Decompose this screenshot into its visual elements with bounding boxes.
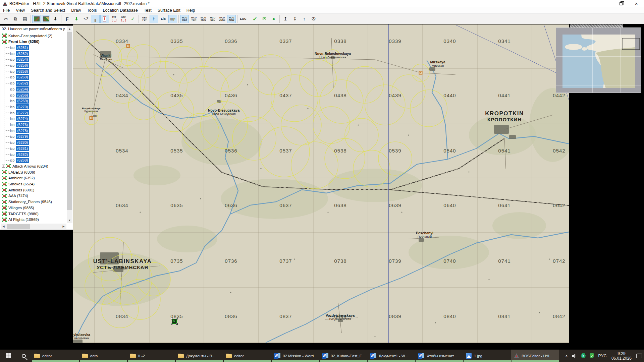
shield-icon[interactable]: ✓ [588,350,596,362]
import-arrow-button[interactable]: ⬇ [51,15,60,23]
scroll-left-icon[interactable]: ◀ [1,224,6,229]
close-button[interactable]: ✕ [629,0,644,7]
tree-item-ico[interactable]: ico(6262) [3,80,29,86]
tree-item-smokes-6524-[interactable]: Smokes (6524) [2,181,35,187]
tree-horizontal-scrollbar[interactable]: ◀ ▶ [1,224,66,229]
tree-item-ico[interactable]: ico(6266) [3,92,29,98]
tree-item-ico[interactable]: ico(6254) [3,57,29,62]
tree-area[interactable]: 02. Нанесение ракетнобомбового у Kuban-E… [1,26,66,223]
taskbar-app-02-kuban-east-f...[interactable]: W02_Kuban-East_F... [319,350,367,362]
tree-item-ico[interactable]: ico(6281) [3,145,29,151]
tree-item-ico[interactable]: ico(6268) [3,158,29,163]
mcu-obj-button[interactable]: MCUOBJ [180,15,189,23]
select-order-button[interactable]: ↖Z [82,15,90,23]
tree-item-villages-9885-[interactable]: Villages (9885) [2,205,34,210]
bridge-button[interactable]: ╥ [91,15,100,23]
library-button[interactable]: LiB [159,15,168,23]
taskbar-app-02.mission-word[interactable]: W02.Mission - Word [271,350,319,362]
menu-tools[interactable]: Tools [84,7,100,14]
mcu-mes-button[interactable]: MCUMES [199,15,208,23]
clock[interactable]: 9:29 06.01.2026 [609,350,634,362]
cut-button[interactable]: ✂ [2,15,10,23]
scroll-up-icon[interactable]: ▲ [67,26,72,32]
tree-item-airfields-6901-[interactable]: Airfields (6901) [2,187,34,193]
group-labels-button[interactable]: GRP [119,15,128,23]
taskbar-app-boseditor-h-i...[interactable]: ★BOSEditor - H:\I... [511,350,559,362]
menu-test[interactable]: Test [141,7,155,14]
tree-item-labels-6306-[interactable]: LABELS (6306) [2,169,35,175]
tree-item-ico[interactable]: ico(6278) [3,128,29,133]
green-drop-button[interactable]: ⬇ [72,15,81,23]
mcu-arw-button[interactable]: MCUARW [227,15,236,23]
mcu-sel-button[interactable]: MCUSEL [208,15,217,23]
map-canvas[interactable]: 0334033503360337033803390340034104340435… [73,24,569,343]
align-top-button[interactable]: ↥ [281,15,290,23]
tree-item-ai-flights-10569-[interactable]: AI Flights (10569) [2,217,39,223]
scroll-right-icon[interactable]: ▶ [61,224,66,229]
small-check-button[interactable]: ✓ [128,15,137,23]
record-button[interactable]: ● [269,15,278,23]
scroll-thumb[interactable] [67,32,72,210]
arrow-up-button[interactable]: ↑ [300,15,309,23]
object-info-button[interactable]: i [100,15,109,23]
text-labels-button[interactable]: TXT [110,15,118,23]
minimize-button[interactable] [598,0,613,7]
paste-button[interactable]: ▤ [20,15,29,23]
hidden-icons-chevron[interactable]: ∧ [563,350,570,362]
kaspersky-icon[interactable]: k [579,350,588,362]
mcu-tgr-button[interactable]: MCUTGR [190,15,198,23]
tree-item-ico[interactable]: ico(6282) [3,152,29,157]
taskbar-app-документ1-w...[interactable]: WДокумент1 - W... [367,350,415,362]
tree-item-ico[interactable]: ico(6280) [3,140,29,145]
tree-item-ico[interactable]: ico(6256) [3,63,29,68]
tree-item-ambient-6352-[interactable]: Ambient (6352) [2,175,35,181]
tree-item-ico[interactable]: ico(6252) [3,51,29,56]
tree-item-ico[interactable]: ico(6260) [3,74,29,80]
taskbar-app-1.jpg[interactable]: 1.jpg [463,350,511,362]
tree-item-attack-arrows-6284-[interactable]: +Attack Arrows (6284) [1,163,48,169]
minimap[interactable] [556,27,641,93]
mail-button[interactable]: ✉ [260,15,269,23]
scroll-down-icon[interactable]: ▼ [67,218,72,223]
selected-object-icon[interactable] [171,318,178,325]
language-indicator[interactable]: РУС [596,350,609,362]
menu-location-database[interactable]: Location Database [100,7,141,14]
notification-center-icon[interactable] [634,350,644,362]
search-button[interactable] [16,350,32,362]
menu-surface-edit[interactable]: Surface Edit [155,7,183,14]
tree-item-ico[interactable]: ico(6272) [3,110,29,116]
tree-item-targets-9980-[interactable]: TARGETS (9980) [2,211,39,217]
menu-draw[interactable]: Draw [68,7,84,14]
village-marker-icon[interactable] [419,71,423,75]
taskbar-app-il-2[interactable]: IL-2 [127,350,175,362]
tree-item-ico[interactable]: ico(6279) [3,134,29,139]
tree-item-ico[interactable]: ico(6276) [3,122,29,128]
tree-item-ico[interactable]: ico(6251) [3,45,29,50]
map-height-button[interactable] [42,15,50,23]
layers-button[interactable]: ▤p [168,15,177,23]
align-bottom-button[interactable]: ↧ [290,15,299,23]
map-texture-button[interactable] [32,15,41,23]
tree-vertical-scrollbar[interactable]: ▲ ▼ [67,26,72,223]
taskbar-app-чтобы-изменит...[interactable]: WЧтобы изменит... [415,350,463,362]
tree-item-ico[interactable]: ico(6274) [3,116,29,122]
tree-item-ico[interactable]: ico(6269) [3,98,29,104]
tree-item-ico[interactable]: ico(6258) [3,68,29,74]
taskbar-app-data[interactable]: data [79,350,127,362]
tree-item-stationary-planes-9546-[interactable]: Stationary_Planes (9546) [2,199,52,205]
scroll-thumb[interactable] [7,224,30,229]
tree-item-kuban-east-populated-2-[interactable]: Kuban-East populated (2) [2,33,52,39]
restore-button[interactable] [613,0,629,7]
obj-flt-button[interactable]: OBJFLT [140,15,149,23]
check-button[interactable]: ✔ [251,15,259,23]
taskbar-app-editor[interactable]: editor [32,350,79,362]
menu-search-and-select[interactable]: Search and Select [28,7,68,14]
village-marker-icon[interactable] [90,116,93,120]
tool-lamp-button[interactable]: ✇ [309,15,318,23]
menu-view[interactable]: View [13,7,28,14]
start-button[interactable] [0,350,16,362]
menu-file[interactable]: File [0,7,13,14]
village-marker-icon[interactable] [126,44,130,48]
loc-button[interactable]: LOC [239,15,248,23]
volume-icon[interactable] [570,350,579,362]
